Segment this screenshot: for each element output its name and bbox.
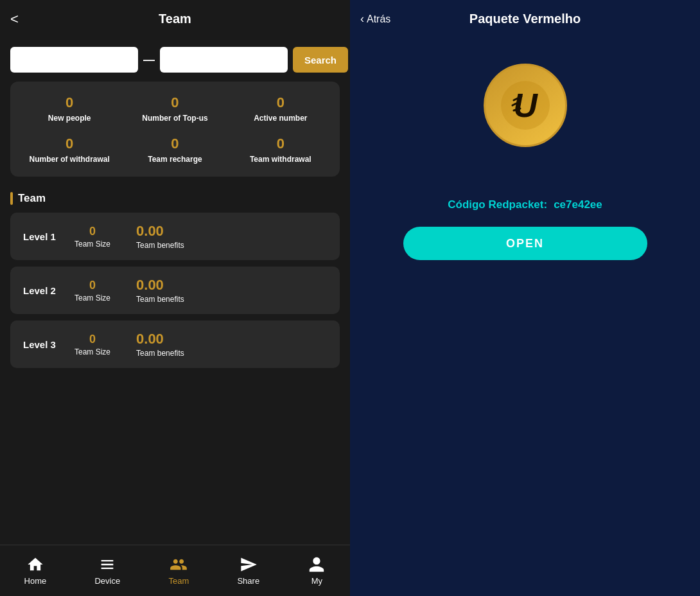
left-page-title: Team xyxy=(159,12,191,26)
level-1-benefit-value: 0.00 xyxy=(136,223,164,240)
nav-share[interactable]: Share xyxy=(237,556,259,586)
level-2-name: Level 2 xyxy=(23,285,62,296)
team-section-header: Team xyxy=(0,187,350,213)
search-button[interactable]: Search xyxy=(293,47,348,73)
level-2-benefit-label: Team benefits xyxy=(136,295,184,304)
level-1-size-label: Team Size xyxy=(74,240,110,249)
nav-share-label: Share xyxy=(237,576,259,586)
right-back-label: Atrás xyxy=(367,13,390,25)
level-3-card: Level 3 0 Team Size 0.00 Team benefits xyxy=(10,320,340,368)
stat-team-withdrawal: 0 Team withdrawal xyxy=(228,136,333,164)
stat-withdrawal: 0 Number of withdrawal xyxy=(17,136,122,164)
team-accent-bar xyxy=(10,192,13,205)
stat-topus-value: 0 xyxy=(171,94,179,111)
nav-home[interactable]: Home xyxy=(24,556,47,586)
nav-device[interactable]: Device xyxy=(94,556,120,586)
nav-team-label: Team xyxy=(168,576,189,586)
redpacket-code: ce7e42ee xyxy=(554,198,602,211)
level-3-benefit-value: 0.00 xyxy=(136,331,164,347)
nav-device-label: Device xyxy=(94,576,120,586)
open-button[interactable]: OPEN xyxy=(403,227,647,260)
my-icon xyxy=(308,556,326,574)
back-button[interactable]: < xyxy=(10,11,19,28)
level-2-benefits: 0.00 Team benefits xyxy=(136,277,184,304)
stat-active-number-label: Active number xyxy=(254,114,307,123)
app-logo: U xyxy=(484,64,567,147)
redpacket-row: Código Redpacket: ce7e42ee xyxy=(448,198,602,211)
nav-my[interactable]: My xyxy=(308,556,326,586)
stat-new-people-value: 0 xyxy=(66,94,73,111)
nav-team[interactable]: Team xyxy=(168,556,189,586)
device-icon xyxy=(98,556,116,574)
stat-withdrawal-value: 0 xyxy=(66,136,73,152)
stat-recharge-label: Team recharge xyxy=(148,155,202,164)
stat-topus-label: Number of Top-us xyxy=(142,114,207,123)
level-2-team-size: 0 Team Size xyxy=(74,279,110,302)
right-header: ‹ Atrás Paquete Vermelho xyxy=(350,0,700,38)
stat-team-withdrawal-label: Team withdrawal xyxy=(250,155,311,164)
stat-active-number: 0 Active number xyxy=(228,94,333,123)
level-3-size-label: Team Size xyxy=(74,347,110,356)
stat-team-withdrawal-value: 0 xyxy=(277,136,284,152)
right-panel: ‹ Atrás Paquete Vermelho U Código Redpac… xyxy=(350,0,700,596)
redpacket-label: Código Redpacket: xyxy=(448,198,547,211)
stat-active-number-value: 0 xyxy=(277,94,284,111)
stat-topus: 0 Number of Top-us xyxy=(122,94,227,123)
level-3-team-size: 0 Team Size xyxy=(74,333,110,356)
level-1-size-value: 0 xyxy=(89,225,96,238)
nav-my-label: My xyxy=(311,576,322,586)
stat-withdrawal-label: Number of withdrawal xyxy=(29,155,109,164)
stat-recharge-value: 0 xyxy=(171,136,179,152)
nav-home-label: Home xyxy=(24,576,47,586)
level-1-team-size: 0 Team Size xyxy=(74,225,110,249)
search-bar-row: — Search xyxy=(0,38,350,82)
level-1-card: Level 1 0 Team Size 0.00 Team benefits xyxy=(10,213,340,260)
level-3-benefits: 0.00 Team benefits xyxy=(136,331,184,358)
level-1-benefits: 0.00 Team benefits xyxy=(136,223,184,250)
stat-new-people-label: New people xyxy=(48,114,91,123)
bottom-nav: Home Device Team Share My xyxy=(0,545,350,596)
logo-icon: U xyxy=(500,80,551,131)
right-back-button[interactable]: ‹ Atrás xyxy=(360,12,390,26)
level-3-size-value: 0 xyxy=(89,333,96,346)
home-icon xyxy=(26,556,44,574)
stat-new-people: 0 New people xyxy=(17,94,122,123)
left-header: < Team xyxy=(0,0,350,38)
svg-text:U: U xyxy=(513,87,538,124)
team-section-title: Team xyxy=(18,192,46,205)
share-icon xyxy=(240,556,258,574)
right-page-title: Paquete Vermelho xyxy=(469,12,581,26)
left-panel: < Team — Search 0 New people 0 Number of… xyxy=(0,0,350,596)
date-to-input[interactable] xyxy=(160,47,288,73)
date-from-input[interactable] xyxy=(10,47,138,73)
level-2-card: Level 2 0 Team Size 0.00 Team benefits xyxy=(10,267,340,314)
level-3-name: Level 3 xyxy=(23,339,62,350)
level-2-benefit-value: 0.00 xyxy=(136,277,164,294)
date-dash: — xyxy=(143,53,155,67)
level-2-size-label: Team Size xyxy=(74,294,110,302)
back-arrow-icon: ‹ xyxy=(360,12,364,26)
level-1-name: Level 1 xyxy=(23,231,62,242)
level-1-benefit-label: Team benefits xyxy=(136,241,184,250)
level-cards: Level 1 0 Team Size 0.00 Team benefits L… xyxy=(0,213,350,368)
level-2-size-value: 0 xyxy=(89,279,96,292)
stats-card: 0 New people 0 Number of Top-us 0 Active… xyxy=(10,82,340,177)
stat-recharge: 0 Team recharge xyxy=(122,136,227,164)
team-icon xyxy=(170,556,188,574)
level-3-benefit-label: Team benefits xyxy=(136,349,184,358)
